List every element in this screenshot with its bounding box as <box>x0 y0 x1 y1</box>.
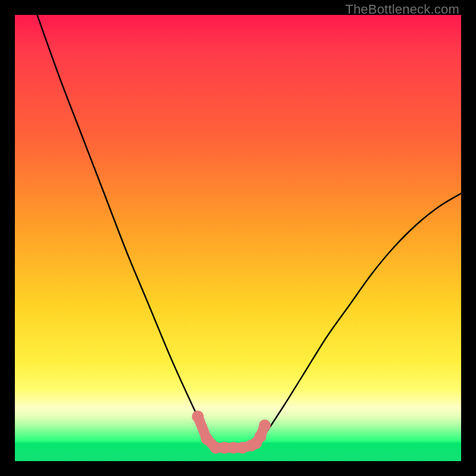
chart-frame: TheBottleneck.com <box>0 0 476 476</box>
marker-dot <box>259 419 271 431</box>
marker-dot <box>255 431 267 443</box>
bottleneck-curve <box>37 15 462 449</box>
marker-dot <box>192 411 204 422</box>
attribution-text: TheBottleneck.com <box>345 2 459 17</box>
plot-area <box>15 15 461 461</box>
optimal-range-markers <box>192 411 271 454</box>
curve-layer <box>15 15 461 461</box>
marker-dot <box>201 433 213 445</box>
